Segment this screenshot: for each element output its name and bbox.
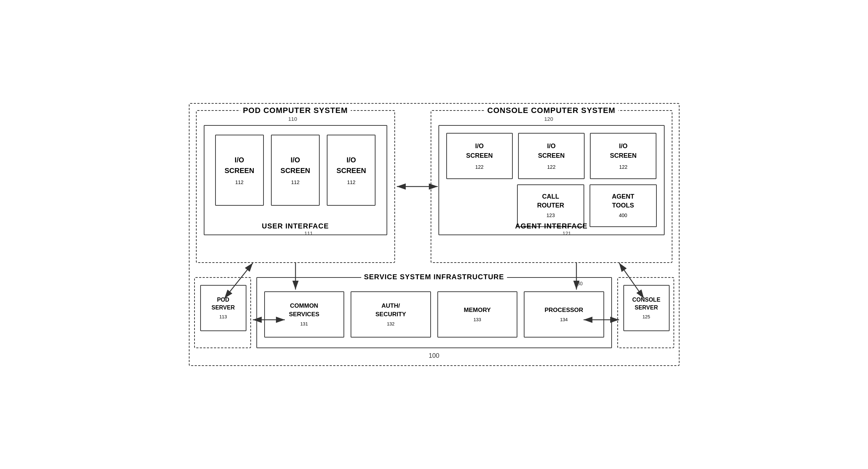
auth-security-num: 132 — [387, 321, 395, 327]
pod-io-screen-2: I/O SCREEN 112 — [271, 135, 320, 206]
agent-tools-line2: TOOLS — [612, 201, 634, 210]
console-io-screen-2: I/O SCREEN 122 — [518, 133, 585, 179]
pod-io-screen-1: I/O SCREEN 112 — [215, 135, 264, 206]
memory-box: MEMORY 133 — [437, 291, 518, 338]
pod-system-title: POD COMPUTER SYSTEM — [240, 106, 351, 115]
console-io-screen-3: I/O SCREEN 122 — [590, 133, 656, 179]
pod-io-screen-2-line2: SCREEN — [281, 165, 310, 176]
diagram-wrapper: 100 POD COMPUTER SYSTEM 110 I/O SCREEN 1… — [185, 99, 683, 370]
agent-interface-label: AGENT INTERFACE — [515, 222, 588, 230]
pod-io-screen-1-line1: I/O — [235, 155, 244, 165]
console-io-1-num: 122 — [475, 163, 483, 171]
outer-label: 100 — [428, 352, 439, 360]
console-io-2-num: 122 — [547, 163, 555, 171]
console-io-3-num: 122 — [619, 163, 627, 171]
console-io-1-line2: SCREEN — [466, 151, 493, 161]
service-system-num: 130 — [574, 281, 582, 286]
console-server-num: 125 — [643, 314, 650, 320]
console-io-2-line1: I/O — [547, 141, 555, 151]
call-router-line2: ROUTER — [537, 201, 564, 210]
console-server-box: CONSOLE SERVER 125 — [623, 285, 670, 331]
console-io-3-line1: I/O — [619, 141, 628, 151]
memory-num: 133 — [473, 317, 481, 323]
console-io-screens: I/O SCREEN 122 I/O SCREEN 122 I/O SCREEN… — [446, 133, 657, 179]
common-services-line1: COMMON — [290, 302, 318, 310]
processor-box: PROCESSOR 134 — [524, 291, 604, 338]
pod-io-screen-3: I/O SCREEN 112 — [327, 135, 376, 206]
console-server-wrap: CONSOLE SERVER 125 — [617, 277, 674, 348]
user-interface-box: I/O SCREEN 112 I/O SCREEN 112 I/O SCREEN… — [204, 125, 387, 235]
memory-line1: MEMORY — [464, 306, 491, 314]
console-io-screen-1: I/O SCREEN 122 — [446, 133, 513, 179]
auth-security-line1: AUTH/ — [382, 302, 400, 310]
agent-interface-box: I/O SCREEN 122 I/O SCREEN 122 I/O SCREEN… — [438, 125, 665, 235]
auth-security-line2: SECURITY — [376, 310, 406, 319]
service-system-title: SERVICE SYSTEM INFRASTRUCTURE — [361, 273, 507, 281]
pod-io-screen-3-num: 112 — [347, 179, 355, 186]
console-system-title: CONSOLE COMPUTER SYSTEM — [484, 106, 618, 115]
console-io-2-line2: SCREEN — [538, 151, 565, 161]
console-server-line1: CONSOLE — [632, 296, 660, 304]
call-router-num: 123 — [547, 212, 555, 219]
call-router-box: CALL ROUTER 123 — [517, 184, 584, 227]
console-system-num: 120 — [544, 116, 553, 122]
pod-server-wrap: POD SERVER 113 — [194, 277, 251, 348]
pod-io-screens: I/O SCREEN 112 I/O SCREEN 112 I/O SCREEN… — [215, 135, 376, 206]
console-io-3-line2: SCREEN — [610, 151, 637, 161]
pod-io-screen-1-num: 112 — [235, 179, 243, 186]
agent-interface-num: 121 — [563, 231, 571, 236]
processor-line1: PROCESSOR — [544, 306, 583, 314]
user-interface-num: 111 — [304, 231, 313, 236]
pod-io-screen-2-line1: I/O — [291, 155, 300, 165]
pod-io-screen-1-line2: SCREEN — [224, 165, 254, 176]
agent-tools-box: AGENT TOOLS 400 — [590, 184, 657, 227]
common-services-box: COMMON SERVICES 131 — [264, 291, 345, 338]
pod-io-screen-2-num: 112 — [291, 179, 299, 186]
processor-num: 134 — [560, 317, 568, 323]
pod-io-screen-3-line2: SCREEN — [336, 165, 366, 176]
agent-bottom-row: CALL ROUTER 123 AGENT TOOLS 400 — [446, 184, 657, 227]
common-services-line2: SERVICES — [289, 310, 319, 319]
common-services-num: 131 — [300, 321, 308, 327]
call-router-line1: CALL — [542, 192, 559, 201]
pod-computer-system: POD COMPUTER SYSTEM 110 I/O SCREEN 112 I… — [196, 110, 395, 263]
pod-system-num: 110 — [288, 116, 297, 122]
service-system: SERVICE SYSTEM INFRASTRUCTURE 130 COMMON… — [256, 277, 612, 348]
pod-io-screen-3-line1: I/O — [346, 155, 356, 165]
service-boxes: COMMON SERVICES 131 AUTH/ SECURITY 132 M… — [264, 289, 604, 340]
pod-server-line2: SERVER — [212, 304, 235, 312]
user-interface-label: USER INTERFACE — [262, 222, 329, 230]
agent-tools-num: 400 — [619, 212, 627, 219]
console-computer-system: CONSOLE COMPUTER SYSTEM 120 I/O SCREEN 1… — [431, 110, 672, 263]
agent-tools-line1: AGENT — [612, 192, 634, 201]
pod-server-line1: POD — [217, 296, 229, 304]
console-server-line2: SERVER — [635, 304, 658, 312]
pod-server-num: 113 — [219, 314, 227, 320]
auth-security-box: AUTH/ SECURITY 132 — [351, 291, 431, 338]
pod-server-box: POD SERVER 113 — [200, 285, 246, 331]
console-io-1-line1: I/O — [475, 141, 484, 151]
